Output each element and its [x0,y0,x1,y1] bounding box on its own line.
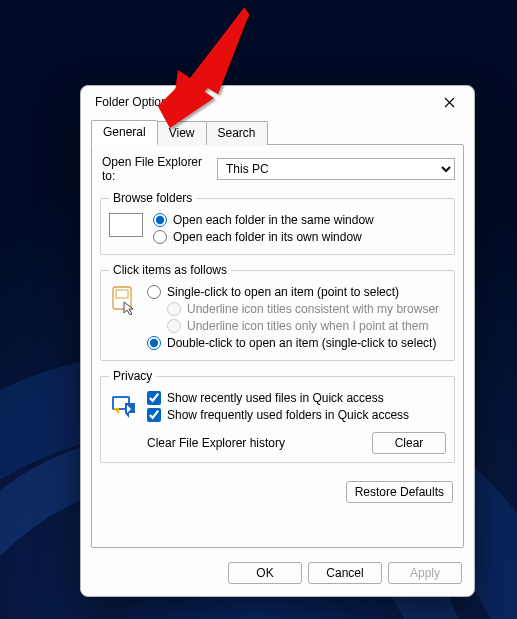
dialog-footer: OK Cancel Apply [81,556,474,596]
radio-double-click-label: Double-click to open an item (single-cli… [167,335,436,351]
ok-button[interactable]: OK [228,562,302,584]
clear-history-label: Clear File Explorer history [147,436,372,450]
radio-underline-browser: Underline icon titles consistent with my… [167,301,446,317]
open-explorer-select[interactable]: This PC [217,158,455,180]
apply-button[interactable]: Apply [388,562,462,584]
privacy-icon [109,391,137,419]
browse-folders-legend: Browse folders [109,191,196,205]
folder-options-dialog: Folder Options General View Search Open … [80,85,475,597]
tab-general[interactable]: General [91,120,158,145]
click-items-group: Click items as follows Single-click to o… [100,263,455,361]
click-icon [109,285,137,315]
tab-search[interactable]: Search [206,121,268,145]
close-button[interactable] [428,88,470,116]
window-title: Folder Options [95,95,428,109]
radio-same-window-label: Open each folder in the same window [173,212,374,228]
browse-icon [109,213,143,237]
radio-own-window-label: Open each folder in its own window [173,229,362,245]
titlebar: Folder Options [81,86,474,118]
close-icon [444,97,455,108]
check-frequent-folders[interactable]: Show frequently used folders in Quick ac… [147,407,446,423]
radio-underline-point: Underline icon titles only when I point … [167,318,446,334]
desktop-background: Folder Options General View Search Open … [0,0,517,619]
privacy-group: Privacy Show re [100,369,455,463]
check-recent-files-label: Show recently used files in Quick access [167,390,384,406]
tab-view[interactable]: View [157,121,207,145]
clear-button[interactable]: Clear [372,432,446,454]
tab-content-general: Open File Explorer to: This PC Browse fo… [91,144,464,548]
radio-same-window[interactable]: Open each folder in the same window [153,212,446,228]
check-frequent-folders-label: Show frequently used folders in Quick ac… [167,407,409,423]
radio-underline-browser-label: Underline icon titles consistent with my… [187,301,439,317]
browse-folders-group: Browse folders Open each folder in the s… [100,191,455,255]
radio-own-window[interactable]: Open each folder in its own window [153,229,446,245]
radio-underline-point-label: Underline icon titles only when I point … [187,318,428,334]
restore-defaults-button[interactable]: Restore Defaults [346,481,453,503]
radio-double-click[interactable]: Double-click to open an item (single-cli… [147,335,446,351]
check-recent-files[interactable]: Show recently used files in Quick access [147,390,446,406]
privacy-legend: Privacy [109,369,156,383]
svg-marker-7 [125,403,135,418]
svg-marker-9 [113,408,119,414]
click-items-legend: Click items as follows [109,263,231,277]
open-explorer-label: Open File Explorer to: [102,155,217,183]
radio-single-click[interactable]: Single-click to open an item (point to s… [147,284,446,300]
radio-single-click-label: Single-click to open an item (point to s… [167,284,399,300]
cancel-button[interactable]: Cancel [308,562,382,584]
svg-rect-4 [116,290,128,298]
tab-strip: General View Search [81,120,474,144]
